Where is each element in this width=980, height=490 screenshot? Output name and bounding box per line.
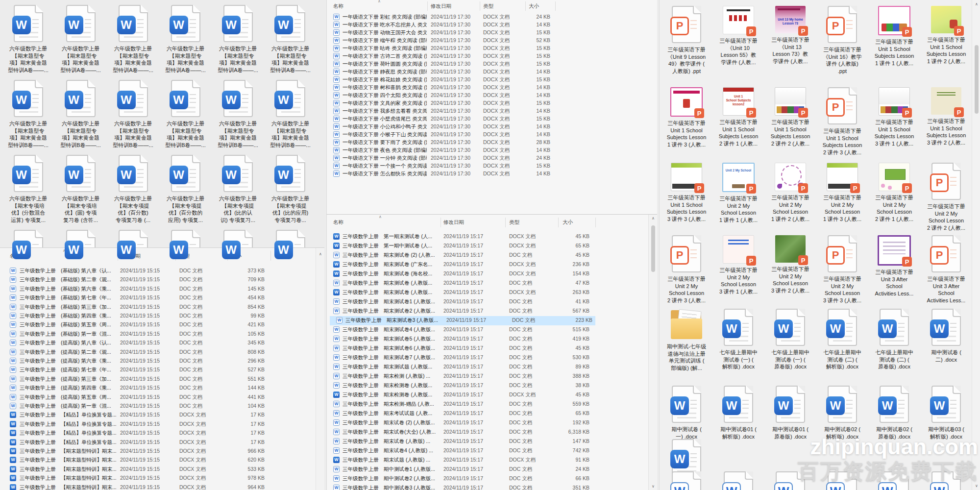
grid-item[interactable]: Unit 1 School Subjects lesson2P三年级英语下册 U… bbox=[712, 87, 764, 156]
file-row[interactable]: W三年级数学上册 (提高版) 第五章《周...2024/11/19 15:15D… bbox=[0, 393, 324, 402]
file-row[interactable]: W一年级语文下册 古诗二首 类文阅读 (部...2024/11/19 17:30… bbox=[327, 52, 657, 60]
file-row[interactable]: W三年级数学上册 期末测试卷6 (人教版...2024/11/19 15:17D… bbox=[327, 344, 657, 353]
scrollbar-thumb[interactable] bbox=[975, 45, 979, 114]
file-row[interactable]: W三年级数学上册 期末检测 (人教版) ...2024/11/19 15:17D… bbox=[327, 372, 657, 381]
grid-item[interactable]: W六年级数学上册 【期末题型专 项】期末黄金题 型特训B卷——... bbox=[159, 77, 212, 152]
grid-item[interactable]: W六年级数学上册 【期末题型专 项】期末黄金题 型特训A卷——... bbox=[2, 2, 54, 77]
file-row[interactable]: W三年级数学上册 【期末题型特训】期末...2024/11/19 15:15DO… bbox=[0, 456, 324, 465]
grid-item[interactable]: W六年级数学上册 【期末专项培 优】(圆) 专项 复习卷 (含答... bbox=[54, 152, 107, 227]
file-row[interactable]: W三年级数学上册 期末试卷 (人教版) ...2024/11/19 15:17D… bbox=[327, 437, 657, 446]
file-row[interactable]: W三年级数学上册 (基础版) 第八章《认...2024/11/19 15:15D… bbox=[0, 267, 324, 275]
file-row[interactable]: W一年级语文下册 四个太阳 类文阅读 (部...2024/11/19 17:30… bbox=[327, 91, 657, 99]
file-row[interactable]: W三年级数学上册 第一期末测试卷 (人...2024/11/19 15:17DO… bbox=[327, 232, 657, 242]
file-row[interactable]: W三年级数学上册 期末试卷 (2) (人教版...2024/11/19 15:1… bbox=[327, 418, 657, 428]
grid-item[interactable]: W六年级数学上册 【期末专项提 优】(比的认 识) 专项复习... bbox=[212, 152, 264, 227]
grid-item[interactable]: P三年级英语下册 《Unit 9 Lesson 49》教学课件 ( 人教版) .… bbox=[661, 6, 712, 74]
file-row[interactable]: W一年级语文下册 吃水不忘挖井人 类文阅...2024/11/19 17:30D… bbox=[327, 21, 657, 28]
grid-item[interactable]: P三年级英语下册 Unit 2 My School Lesson 2 课件 2 … bbox=[920, 163, 972, 231]
grid-item[interactable]: W期中测试卷01 ( 解析版) .docx bbox=[712, 386, 764, 440]
file-row[interactable]: W三年级数学上册 期中测试卷1 (人教版...2024/11/19 15:17D… bbox=[327, 465, 657, 474]
file-row[interactable]: W一年级语文下册 一分钟 类文阅读 (部编...2024/11/19 17:30… bbox=[327, 154, 657, 162]
grid-item[interactable]: W六年级数学上册 【期末题型专 项】期末黄金题 型特训B卷——... bbox=[264, 77, 317, 152]
grid-item[interactable]: W六年级数学上册 【期末题型专 项】期末黄金题 型特训B卷——... bbox=[212, 77, 264, 152]
grid-item[interactable]: P三年级英语下册 Unit 1 School Subjects Lesson 2… bbox=[764, 87, 816, 156]
file-row[interactable]: W三年级数学上册 (提高版) 第四章《乘...2024/11/19 15:15D… bbox=[0, 384, 324, 392]
file-row[interactable]: W三年级数学上册 (基础版) 第七章《年...2024/11/19 15:15D… bbox=[0, 294, 324, 302]
scroll-up-icon[interactable] bbox=[973, 2, 980, 6]
file-row[interactable]: W三年级数学上册 【期末题型特训】期末...2024/11/19 15:15DO… bbox=[0, 474, 324, 483]
column-header-type[interactable]: 类型 bbox=[509, 219, 519, 226]
column-header-name[interactable]: 名称 bbox=[333, 3, 343, 10]
file-row[interactable]: W三年级数学上册 【期末题型特训】期末...2024/11/19 15:15DO… bbox=[0, 447, 324, 456]
file-row[interactable]: W三年级数学上册 期末测试卷 (海名校...2024/11/19 15:17DO… bbox=[327, 270, 657, 279]
grid-item[interactable]: P三年级英语下册 Unit 3 After School Activities … bbox=[920, 235, 972, 304]
grid-item-partial[interactable]: W bbox=[868, 471, 920, 490]
file-row[interactable]: W三年级数学上册 (基础版) 第四章《乘...2024/11/19 15:15D… bbox=[0, 312, 324, 320]
grid-item[interactable]: P三年级英语下册 Unit 2 My School Lesson 3 课件 1 … bbox=[712, 235, 764, 304]
file-row[interactable]: W三年级数学上册 期末测试卷 (广东名...2024/11/19 15:17DO… bbox=[327, 260, 657, 270]
grid-item-partial[interactable]: W bbox=[712, 471, 764, 490]
file-row[interactable]: W一年级语文下册 动物王国开大会 类文阅...2024/11/19 17:30D… bbox=[327, 28, 657, 36]
grid-item[interactable]: W期中测试卷01 ( 原卷版) .docx bbox=[764, 386, 816, 440]
grid-item[interactable]: W六年级数学上册 【期末题型专 项】期末黄金题 型特训A卷——... bbox=[159, 2, 212, 77]
grid-item[interactable]: W六年级数学上册 【期末题型专 项】期末黄金题 型特训B卷——... bbox=[54, 77, 107, 152]
grid-item[interactable]: P三年级英语下册 Unit 3 After School Activities … bbox=[868, 235, 920, 304]
file-row[interactable]: W三年级数学上册 第一期中测试卷 (人...2024/11/19 15:17DO… bbox=[327, 242, 657, 251]
column-header-date[interactable]: 修改日期 bbox=[431, 3, 451, 10]
file-row[interactable]: W一年级语文下册 静夜思 类文阅读 (部编...2024/11/19 17:30… bbox=[327, 68, 657, 75]
file-row[interactable]: W三年级数学上册 期末试卷4 (人教版) ...2024/11/19 15:17… bbox=[327, 446, 657, 456]
grid-item[interactable]: W七年级上册期中 测试卷 (一) ( 解析版) .docx bbox=[712, 309, 764, 371]
file-row[interactable]: W一年级语文下册 要下雨了 类文阅读 (部...2024/11/19 17:30… bbox=[327, 138, 657, 146]
file-row[interactable]: W一年级语文下册 一个接一个 类文阅读 (...2024/11/19 17:30… bbox=[327, 162, 657, 170]
grid-item[interactable]: W期中测试卷02 ( 解析版) .docx bbox=[816, 386, 868, 440]
file-row[interactable]: W三年级数学上册 期末试题 (人教版) ...2024/11/19 15:17D… bbox=[327, 456, 657, 465]
grid-item[interactable]: W期中测试卷 ( 一) .docx bbox=[661, 386, 712, 440]
file-row[interactable]: W三年级数学上册 (基础版) 第一章《混...2024/11/19 15:15D… bbox=[0, 330, 324, 339]
grid-item[interactable]: W六年级数学上册 【期末题型专 项】期末黄金题 型特训A卷——... bbox=[107, 2, 159, 77]
file-row[interactable]: W三年级数学上册 【精品】单位换算专题...2024/11/19 15:15DO… bbox=[0, 438, 324, 447]
scroll-up-icon[interactable] bbox=[649, 216, 657, 220]
file-row[interactable]: W三年级数学上册 (提高版) 第七章《年...2024/11/19 15:15D… bbox=[0, 366, 324, 374]
file-row[interactable]: W三年级数学上册 期末测试卷5 (人教版...2024/11/19 15:17D… bbox=[327, 335, 657, 344]
grid-item[interactable]: W七年级上册期中 测试卷 (二) ( 原卷版) .docx bbox=[868, 309, 920, 371]
grid-item[interactable]: W六年级数学上册 【期末专项提 优】(比的应用) 专项复习卷... bbox=[264, 152, 317, 227]
grid-item-partial[interactable]: W bbox=[920, 471, 972, 490]
grid-item[interactable]: W期中测试卷02 ( 原卷版) .docx bbox=[868, 386, 920, 440]
file-row[interactable]: W三年级数学上册 期末测试卷 (人教版...2024/11/19 15:17DO… bbox=[327, 288, 657, 297]
grid-item[interactable]: W六年级数学上册 【期末题型专 项】期末黄金题 型特训B卷——... bbox=[2, 77, 54, 152]
file-row[interactable]: W三年级数学上册 期中测试卷2 (人教版...2024/11/19 15:17D… bbox=[327, 474, 657, 484]
file-row[interactable]: W三年级数学上册 期末测试卷4 (人教版...2024/11/19 15:17D… bbox=[327, 325, 657, 335]
grid-item-partial[interactable]: W bbox=[764, 471, 816, 490]
file-row[interactable]: W三年级数学上册 (提高版) 第六章《乘...2024/11/19 15:15D… bbox=[0, 357, 324, 366]
grid-item[interactable]: W六年级数学上册 【期末专项培 优】(分数混合 运算) 专项复... bbox=[2, 152, 54, 227]
grid-item[interactable]: P三年级英语下册 Unit 2 My School Lesson 3 课件 2 … bbox=[764, 235, 816, 304]
grid-item-partial[interactable]: W bbox=[672, 439, 701, 476]
grid-item[interactable]: P三年级英语下册 Unit 1 School Subjects Lesson 3… bbox=[920, 87, 972, 156]
grid-item[interactable]: 期中测试-七年级 道德与法治上册 单元测试训练 ( 部编版) (解... bbox=[661, 309, 712, 371]
grid-item[interactable]: W六年级数学上册 【期末题型专 项】期末黄金题 型特训A卷——... bbox=[264, 2, 317, 77]
grid-item[interactable]: P三年级英语下册 Unit 1 School Subjects Lesson 1… bbox=[661, 87, 712, 156]
file-row[interactable]: W三年级数学上册 (提高版) 第八章《认...2024/11/19 15:15D… bbox=[0, 339, 324, 347]
file-row[interactable]: W三年级数学上册 期中测试卷3 (人教版...2024/11/19 15:17D… bbox=[327, 484, 657, 490]
file-row[interactable]: W三年级数学上册 【期末题型特训】期末...2024/11/19 15:15DO… bbox=[0, 465, 324, 474]
grid-item[interactable]: P三年级英语下册 Unit 2 My School Lesson 3 课件 3 … bbox=[816, 235, 868, 304]
file-row[interactable]: W一年级语文下册 小公鸡和小鸭子 类文阅...2024/11/19 17:30D… bbox=[327, 122, 657, 130]
file-row[interactable]: W三年级数学上册 (提高版) 第一章《混...2024/11/19 15:15D… bbox=[0, 402, 324, 411]
grid-item[interactable]: P三年级英语下册 Unit 2 My School Lesson 1 课件 3 … bbox=[816, 163, 868, 231]
column-header-date[interactable]: 修改日期 bbox=[443, 219, 464, 226]
file-row[interactable]: W一年级语文下册 棉花姑娘 类文阅读 (部...2024/11/19 17:30… bbox=[327, 75, 657, 83]
grid-item[interactable]: P三年级英语下册 《Unit 10 Lesson 55》教 学课件 (人教... bbox=[712, 6, 764, 74]
grid-item[interactable]: Unit 2 My SchoolP三年级英语下册 Unit 2 My Schoo… bbox=[712, 163, 764, 231]
file-row[interactable]: W三年级数学上册 (提高版) 第三章《加...2024/11/19 15:15D… bbox=[0, 375, 324, 384]
grid-item-partial[interactable]: W bbox=[661, 471, 712, 490]
file-row[interactable]: W三年级数学上册 期末测试卷2 (人教版...2024/11/19 15:17D… bbox=[327, 307, 657, 316]
file-row[interactable]: W三年级数学上册 期末测试卷7 (人教版...2024/11/19 15:17D… bbox=[327, 353, 657, 363]
grid-item[interactable]: P三年级英语下册 Unit 1 School Subjects Lesson 1… bbox=[920, 6, 972, 74]
file-row[interactable]: W三年级数学上册 【期末题型特训】期末...2024/11/19 15:15DO… bbox=[0, 483, 324, 490]
column-header-name[interactable]: 名称 bbox=[333, 219, 343, 226]
file-row[interactable]: W一年级语文下册 我多想去看看 类文阅读...2024/11/19 17:30D… bbox=[327, 107, 657, 115]
file-row[interactable]: W三年级数学上册 【精品】单位换算专题...2024/11/19 15:15DO… bbox=[0, 429, 324, 438]
file-row[interactable]: W三年级数学上册 期末考试试题 (人教...2024/11/19 15:17DO… bbox=[327, 409, 657, 418]
grid-item[interactable]: W期中测试卷 ( 二) .docx bbox=[920, 309, 972, 371]
file-row[interactable]: W一年级语文下册 树和喜鹊 类文阅读 (部...2024/11/19 17:30… bbox=[327, 83, 657, 91]
